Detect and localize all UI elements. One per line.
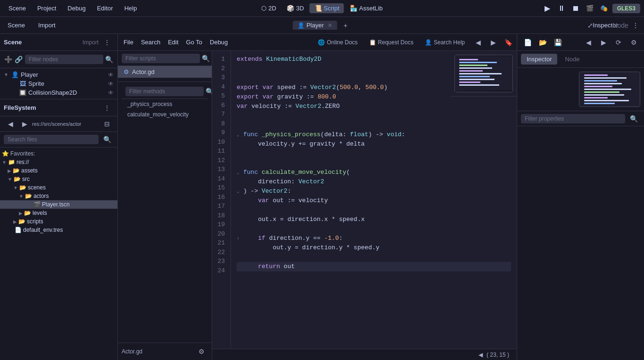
tool-script[interactable]: 📜 Script	[310, 3, 344, 13]
player-icon: 👤	[11, 71, 19, 78]
editor-search-menu[interactable]: Search	[137, 37, 164, 48]
res-folder-icon: 📁	[8, 159, 15, 165]
scene-header-overflow[interactable]: ⋮	[100, 36, 114, 49]
play-custom-button[interactable]: 🎭	[597, 2, 611, 15]
fs-res-root[interactable]: ▼ 📁 res://	[0, 158, 117, 166]
play-button[interactable]: ▶	[541, 2, 554, 15]
fold-arrow-9[interactable]: ⌄	[237, 131, 242, 139]
add-node-button[interactable]: ➕	[4, 53, 12, 66]
filter-scripts-input[interactable]	[122, 54, 200, 63]
link-node-button[interactable]: 🔗	[14, 53, 23, 66]
tool-2d[interactable]: ⬡ 2D	[256, 3, 281, 13]
fs-split-mode[interactable]: ⊟	[100, 117, 114, 131]
menu-scene[interactable]: Scene	[4, 3, 31, 14]
inspector-tab-node[interactable]: Node	[559, 54, 585, 65]
tree-node-player[interactable]: ▼ 👤 Player 👁	[0, 70, 117, 79]
filter-props-search[interactable]: 🔍	[627, 112, 640, 125]
inspector-overflow[interactable]: ⋮	[629, 19, 642, 32]
fs-path: res://src/scenes/actor	[32, 121, 99, 127]
request-docs-button[interactable]: 📋 Request Docs	[364, 38, 418, 47]
fs-search-button[interactable]: 🔍	[100, 133, 114, 146]
method-physics-process[interactable]: _physics_process	[122, 99, 208, 109]
svg-rect-22	[584, 103, 615, 104]
node-tab[interactable]: Node	[614, 19, 627, 32]
gles-badge[interactable]: GLES3	[612, 4, 640, 13]
player-tscn-icon: 🎬	[33, 201, 41, 208]
filesystem-section: FileSystem ⋮ ◀ ▶ res://src/scenes/actor …	[0, 99, 117, 360]
scroll-left[interactable]: ◀	[479, 352, 483, 358]
code-editor-area: 123456789101112131415161718192021222324 …	[212, 51, 517, 360]
filename-label: Actor.gd	[122, 348, 142, 355]
code-line-19	[237, 224, 511, 234]
sprite-eye[interactable]: 👁	[108, 81, 114, 87]
fs-assets[interactable]: ▶ 📂 assets	[0, 166, 117, 175]
player-eye[interactable]: 👁	[108, 72, 114, 78]
editor-goto-menu[interactable]: Go To	[182, 37, 206, 48]
nav-back-button[interactable]: ◀	[471, 36, 485, 49]
inspector-new-file[interactable]: 📄	[521, 36, 534, 49]
script-settings-button[interactable]: ⚙	[195, 345, 208, 358]
fs-scripts[interactable]: ▶ 📂 scripts	[0, 217, 117, 226]
editor-file-menu[interactable]: File	[120, 37, 137, 48]
collision-eye[interactable]: 👁	[108, 90, 114, 96]
menu-project[interactable]: Project	[33, 3, 61, 14]
svg-rect-2	[459, 62, 497, 63]
fs-favorites: ⭐ Favorites:	[0, 149, 117, 158]
inspector-nav-back[interactable]: ◀	[582, 36, 595, 49]
menu-debug[interactable]: Debug	[63, 3, 90, 14]
editor-edit-menu[interactable]: Edit	[164, 37, 182, 48]
fs-actors[interactable]: ▼ 📂 actors	[0, 192, 117, 200]
filter-methods-input[interactable]	[125, 87, 204, 96]
player-label: Player	[21, 71, 106, 78]
fs-src[interactable]: ▼ 📂 src	[0, 175, 117, 183]
fold-arrow-20[interactable]: ›	[237, 235, 242, 242]
tool-3d[interactable]: 🎲 3D	[282, 3, 309, 13]
tree-node-sprite[interactable]: 🖼 Sprite 👁	[0, 79, 117, 88]
script-file-actor[interactable]: ⚙ Actor.gd	[118, 66, 212, 78]
scene-tab[interactable]: Scene	[2, 20, 31, 31]
search-files-input[interactable]	[4, 135, 99, 144]
search-nodes-button[interactable]: 🔍	[105, 53, 114, 66]
filter-nodes-input[interactable]	[25, 55, 103, 64]
inspector-tab-inspector[interactable]: Inspector	[521, 54, 557, 65]
fold-arrow-15[interactable]: ⌄	[237, 188, 242, 195]
stop-button[interactable]: ⏹	[569, 2, 582, 15]
scripts-arrow: ▶	[13, 219, 17, 224]
search-help-button[interactable]: 👤 Search Help	[420, 38, 470, 47]
filter-properties-input[interactable]	[521, 114, 625, 123]
svg-rect-16	[584, 86, 612, 87]
fs-forward[interactable]: ▶	[18, 117, 31, 131]
pause-button[interactable]: ⏸	[555, 2, 568, 15]
menu-help[interactable]: Help	[120, 3, 142, 14]
nav-forward-button[interactable]: ▶	[487, 36, 500, 49]
editor-debug-menu[interactable]: Debug	[206, 37, 231, 48]
filter-methods-search[interactable]: 🔍	[206, 85, 212, 98]
fs-scenes[interactable]: ▼ 📂 scenes	[0, 183, 117, 192]
inspector-save[interactable]: 💾	[551, 36, 564, 49]
inspector-open-folder[interactable]: 📂	[536, 36, 549, 49]
code-line-15: ⌄) -> Vector2:	[237, 187, 511, 196]
inspector-history[interactable]: ⟳	[612, 36, 625, 49]
inspector-toggle[interactable]: Inspector	[599, 19, 612, 32]
tree-node-collision[interactable]: 🔲 CollisionShape2D 👁	[0, 88, 117, 97]
new-tab-button[interactable]: +	[339, 19, 352, 32]
scene-import-btn[interactable]: Import	[83, 39, 99, 46]
fs-back[interactable]: ◀	[4, 117, 17, 131]
fs-levels[interactable]: ▶ 📂 levels	[0, 209, 117, 217]
fs-player-tscn[interactable]: 🎬 Player.tscn	[0, 200, 117, 209]
play-scene-button[interactable]: 🎬	[583, 2, 596, 15]
player-tab-close[interactable]: ✕	[328, 22, 332, 29]
method-calculate-move[interactable]: calculate_move_velocity	[122, 109, 208, 120]
import-tab[interactable]: Import	[33, 20, 61, 31]
filter-scripts-search[interactable]: 🔍	[202, 52, 210, 65]
menu-editor[interactable]: Editor	[92, 3, 118, 14]
script-files-panel: 🔍 ⚙ Actor.gd 🔍 _physics_process calculat…	[118, 51, 212, 360]
fs-default-env[interactable]: 📄 default_env.tres	[0, 226, 117, 234]
inspector-settings-btn[interactable]: ⚙	[627, 36, 640, 49]
inspector-nav-forward[interactable]: ▶	[597, 36, 610, 49]
fs-header-overflow[interactable]: ⋮	[100, 101, 114, 115]
bookmarks-button[interactable]: 🔖	[502, 36, 515, 49]
online-docs-button[interactable]: 🌐 Online Docs	[313, 38, 362, 47]
fold-arrow-13[interactable]: ⌄	[237, 169, 242, 176]
tool-assetlib[interactable]: 🏪 AssetLib	[345, 3, 388, 13]
